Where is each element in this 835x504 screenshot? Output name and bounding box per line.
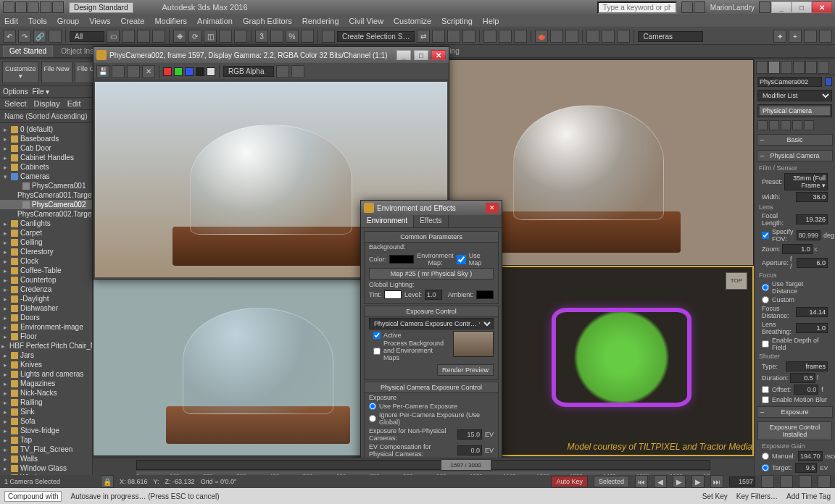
type-dropdown[interactable]: frames xyxy=(786,361,828,371)
nav-icon[interactable] xyxy=(780,475,793,488)
tree-item[interactable]: ▸Magazines xyxy=(0,379,92,388)
tree-item[interactable]: ▸Cab Door xyxy=(0,143,92,153)
nav-icon[interactable] xyxy=(799,475,812,488)
aperture-input[interactable]: 6.0 xyxy=(797,258,828,268)
window-crossing-icon[interactable] xyxy=(152,30,165,43)
target-radio[interactable] xyxy=(762,464,769,471)
env-dialog-titlebar[interactable]: Environment and Effects ✕ xyxy=(361,201,502,215)
file-menu-label[interactable]: File ▾ xyxy=(32,88,49,96)
bg-color-swatch[interactable] xyxy=(389,255,414,264)
percent-snap-icon[interactable]: % xyxy=(286,30,299,43)
tree-item[interactable]: ▸Dishwasher xyxy=(0,303,92,313)
width-input[interactable]: 36.0 xyxy=(796,192,828,202)
modifier-stack[interactable]: Physical Camera xyxy=(757,104,832,117)
time-slider-thumb[interactable]: 1597 / 3000 xyxy=(441,459,491,471)
menu-graph-editors[interactable]: Graph Editors xyxy=(243,17,292,25)
menu-modifiers[interactable]: Modifiers xyxy=(154,17,187,25)
angle-snap-icon[interactable] xyxy=(270,30,283,43)
nav-icon[interactable] xyxy=(818,475,831,488)
dof-checkbox[interactable] xyxy=(762,340,769,348)
utilities-tab-icon[interactable] xyxy=(818,61,829,74)
tree-item[interactable]: ▸Coffee-Table xyxy=(0,266,92,275)
remove-mod-icon[interactable] xyxy=(792,120,802,130)
show-end-icon[interactable] xyxy=(769,120,779,130)
tree-item[interactable]: ▸Cabinets xyxy=(0,162,92,172)
preset-dropdown[interactable]: 35mm (Full Frame ▾ xyxy=(784,173,828,190)
tree-item[interactable]: ▸Floor xyxy=(0,332,92,341)
specify-fov-checkbox[interactable] xyxy=(762,232,769,239)
layers-icon[interactable] xyxy=(447,30,460,43)
config-icon[interactable] xyxy=(804,120,814,130)
link-icon[interactable]: 🔗 xyxy=(33,30,46,43)
duration-input[interactable]: 0.5 xyxy=(790,373,815,383)
refcoord-icon[interactable] xyxy=(219,30,232,43)
redo-icon[interactable]: ↷ xyxy=(18,30,31,43)
help-icon[interactable] xyxy=(759,1,770,13)
tint-swatch[interactable] xyxy=(384,290,402,299)
focal-input[interactable]: 19.326 xyxy=(796,214,828,224)
favorites-icon[interactable] xyxy=(694,1,705,13)
ambient-swatch[interactable] xyxy=(476,290,494,299)
tree-item[interactable]: ▸Jars xyxy=(0,350,92,360)
tree-item[interactable]: ▸Knives xyxy=(0,360,92,369)
user-label[interactable]: MarionLandry xyxy=(710,4,755,12)
tool-icon[interactable]: + xyxy=(789,30,802,43)
clear-icon[interactable]: ✕ xyxy=(142,65,155,78)
window-minimize-button[interactable]: _ xyxy=(771,1,792,13)
create-tab-icon[interactable] xyxy=(756,61,768,74)
tree-item[interactable]: ▸TV_Flat_Screen xyxy=(0,445,92,454)
quick-new-icon[interactable] xyxy=(15,1,27,13)
tree-item[interactable]: ▸Carpet xyxy=(0,228,92,238)
render-icon[interactable] xyxy=(565,30,578,43)
stack-item[interactable]: Physical Camera xyxy=(760,106,830,115)
active-checkbox[interactable] xyxy=(373,332,381,339)
tree-item[interactable]: PhysCamera002 xyxy=(0,200,92,209)
tree-item[interactable]: ▸Clerestory xyxy=(0,247,92,256)
tree-item[interactable]: ▸Countertop xyxy=(0,275,92,285)
options-label[interactable]: Options xyxy=(3,88,28,96)
tree-item[interactable]: ▸Clock xyxy=(0,256,92,266)
tool-icon[interactable] xyxy=(586,30,599,43)
gamma-icon[interactable] xyxy=(276,65,289,78)
unique-icon[interactable] xyxy=(781,120,791,130)
tree-item[interactable]: ▸Walls xyxy=(0,454,92,463)
env-map-button[interactable]: Map #25 ( mr Physical Sky ) xyxy=(369,268,494,280)
selection-filter-dropdown[interactable]: All xyxy=(70,31,104,42)
tree-item[interactable]: ▸Canlights xyxy=(0,219,92,228)
motion-tab-icon[interactable] xyxy=(793,61,805,74)
display-tab[interactable]: Display xyxy=(34,99,60,108)
object-name-input[interactable] xyxy=(757,77,822,87)
menu-edit[interactable]: Edit xyxy=(4,17,18,25)
render-setup-icon[interactable]: 🫖 xyxy=(535,30,548,43)
tree-item[interactable]: ▸Nick-Nacks xyxy=(0,388,92,398)
menu-help[interactable]: Help xyxy=(483,17,499,25)
align-icon[interactable] xyxy=(432,30,445,43)
menu-scripting[interactable]: Scripting xyxy=(441,17,473,25)
goto-end-icon[interactable]: ⏭ xyxy=(710,475,723,488)
process-bg-checkbox[interactable] xyxy=(373,348,381,355)
render-preview-button[interactable]: Render Preview xyxy=(437,364,494,376)
level-input[interactable]: 1.0 xyxy=(425,290,442,300)
modify-tab-icon[interactable] xyxy=(768,61,780,74)
quick-open-icon[interactable] xyxy=(28,1,39,13)
tree-item[interactable]: ▸Railing xyxy=(0,398,92,407)
window-maximize-button[interactable]: □ xyxy=(792,1,812,13)
layer-mgr-icon[interactable] xyxy=(462,30,475,43)
tool-icon[interactable]: ✦ xyxy=(773,30,786,43)
rollout-basic[interactable]: Basic xyxy=(757,134,833,146)
tree-item[interactable]: ▸Ceiling xyxy=(0,238,92,247)
tree-item[interactable]: ▸-Daylight xyxy=(0,294,92,303)
schematic-icon[interactable] xyxy=(499,30,512,43)
rollout-exposure[interactable]: Exposure xyxy=(757,406,833,418)
quick-redo-icon[interactable] xyxy=(52,1,64,13)
tree-item[interactable]: ▸Window Glass xyxy=(0,463,92,473)
global-exposure-radio[interactable] xyxy=(369,415,376,422)
per-camera-radio[interactable] xyxy=(369,403,376,410)
env-tab-environment[interactable]: Environment xyxy=(361,215,414,227)
tool-icon[interactable] xyxy=(602,30,615,43)
customize-button[interactable]: Customize ▾ xyxy=(2,62,39,83)
scene-tree[interactable]: ▸0 (default)▸Baseboards▸Cab Door▸Cabinet… xyxy=(0,123,92,478)
env-dialog-close[interactable]: ✕ xyxy=(486,203,499,213)
tool-icon[interactable] xyxy=(617,30,630,43)
pin-stack-icon[interactable] xyxy=(757,120,768,130)
